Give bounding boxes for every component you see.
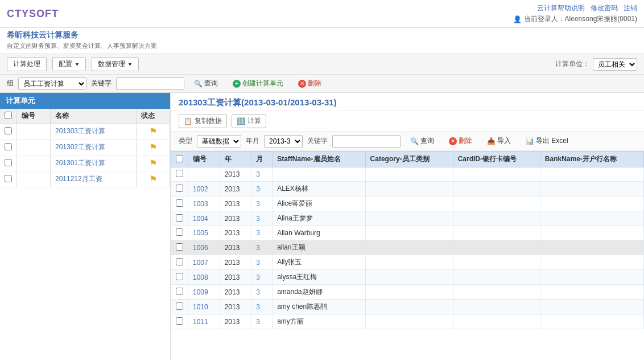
- type-select[interactable]: 基础数据: [197, 135, 241, 148]
- toolbar: 计算处理 配置 ▼ 数据管理 ▼ 计算单位： 员工相关: [0, 54, 644, 75]
- data-table: 编号 年 月 StaffName-雇员姓名 Category-员工类别 Card…: [171, 151, 644, 329]
- row-id: 1005: [188, 226, 220, 240]
- row-check[interactable]: [0, 156, 17, 171]
- row-check[interactable]: [171, 167, 188, 182]
- table-row[interactable]: 1004 2013 3 Alina王梦梦: [171, 211, 644, 226]
- table-row[interactable]: 1007 2013 3 Ally张玉: [171, 255, 644, 270]
- row-check[interactable]: [171, 285, 188, 300]
- col-bank: BankName-开户行名称: [540, 152, 643, 167]
- left-select-all[interactable]: [5, 112, 12, 119]
- row-check[interactable]: [0, 140, 17, 156]
- filter-delete-button[interactable]: ✕ 删除: [444, 134, 477, 148]
- row-check[interactable]: [171, 270, 188, 285]
- row-bank: [540, 167, 643, 182]
- row-status: ⚑: [137, 140, 170, 156]
- calc-button[interactable]: 🔢 计算: [232, 114, 266, 128]
- copy-icon: 📋: [184, 117, 192, 125]
- row-name: amy方丽: [273, 314, 365, 329]
- calc-unit-selector: 计算单位： 员工相关: [555, 58, 637, 71]
- year-month-select[interactable]: 2013-3: [264, 135, 303, 148]
- row-check[interactable]: [171, 300, 188, 314]
- calc-unit-select[interactable]: 员工相关: [593, 58, 637, 71]
- row-name[interactable]: 201301工资计算: [50, 156, 136, 171]
- table-row[interactable]: 1003 2013 3 Alice蒋爱丽: [171, 197, 644, 211]
- row-month: 3: [251, 240, 273, 255]
- row-bank: [540, 255, 643, 270]
- row-check[interactable]: [0, 171, 17, 187]
- copy-data-button[interactable]: 📋 复制数据: [179, 114, 227, 128]
- create-calc-unit-button[interactable]: + 创建计算单元: [228, 77, 288, 90]
- row-check[interactable]: [171, 240, 188, 255]
- table-row[interactable]: 2013 3: [171, 167, 644, 182]
- row-name: Alina王梦梦: [273, 211, 365, 226]
- table-row[interactable]: 1006 2013 3 allan王颖: [171, 240, 644, 255]
- list-item[interactable]: 201303工资计算 ⚑: [0, 124, 170, 140]
- row-name[interactable]: 201303工资计算: [50, 124, 136, 140]
- main-area: 计算单元 编号 名称 状态 201303工资计算 ⚑ 201302工资计算 ⚑: [0, 93, 644, 360]
- col-check: [171, 152, 188, 167]
- row-bank: [540, 270, 643, 285]
- row-check[interactable]: [171, 255, 188, 270]
- keyword-input[interactable]: [116, 77, 184, 90]
- row-name[interactable]: 201302工资计算: [50, 140, 136, 156]
- type-label: 类型: [179, 136, 192, 146]
- data-mgmt-button[interactable]: 数据管理 ▼: [92, 57, 139, 71]
- select-all-checkbox[interactable]: [176, 155, 183, 162]
- group-select[interactable]: 员工工资计算: [18, 77, 86, 90]
- row-check[interactable]: [171, 314, 188, 329]
- left-panel: 计算单元 编号 名称 状态 201303工资计算 ⚑ 201302工资计算 ⚑: [0, 93, 171, 360]
- list-item[interactable]: 201302工资计算 ⚑: [0, 140, 170, 156]
- logout-link[interactable]: 注销: [624, 3, 637, 13]
- export-icon: 📊: [526, 137, 534, 145]
- row-bank: [540, 285, 643, 300]
- calc-process-button[interactable]: 计算处理: [7, 57, 47, 71]
- delete-button[interactable]: ✕ 删除: [293, 77, 327, 90]
- table-row[interactable]: 1010 2013 3 amy chen陈惠鹃: [171, 300, 644, 314]
- col-year: 年: [220, 152, 251, 167]
- row-name: alyssa王红梅: [273, 270, 365, 285]
- row-month: 3: [251, 226, 273, 240]
- filter-search-button[interactable]: 🔍 查询: [405, 134, 439, 148]
- row-category: [365, 314, 453, 329]
- table-row[interactable]: 1002 2013 3 ALEX杨林: [171, 182, 644, 197]
- keyword-label: 关键字: [91, 79, 112, 88]
- row-id[interactable]: [17, 171, 51, 187]
- row-year: 2013: [220, 167, 251, 182]
- list-item[interactable]: 2011212月工资 ⚑: [0, 171, 170, 187]
- row-name: allan王颖: [273, 240, 365, 255]
- table-row[interactable]: 1009 2013 3 amanda赵妍娜: [171, 285, 644, 300]
- config-button[interactable]: 配置 ▼: [52, 57, 86, 71]
- filter-keyword-input[interactable]: [332, 135, 401, 148]
- row-name: Allan Warburg: [273, 226, 365, 240]
- change-password-link[interactable]: 修改密码: [591, 3, 618, 13]
- col-staff-name: StaffName-雇员姓名: [273, 152, 365, 167]
- list-item[interactable]: 201301工资计算 ⚑: [0, 156, 170, 171]
- col-category: Category-员工类别: [365, 152, 453, 167]
- help-link[interactable]: 云计算帮助说明: [537, 3, 585, 13]
- table-row[interactable]: 1005 2013 3 Allan Warburg: [171, 226, 644, 240]
- row-id[interactable]: [17, 156, 51, 171]
- row-id[interactable]: [17, 124, 51, 140]
- row-name[interactable]: 2011212月工资: [50, 171, 136, 187]
- row-check[interactable]: [171, 226, 188, 240]
- row-id: 1004: [188, 211, 220, 226]
- row-year: 2013: [220, 300, 251, 314]
- row-id: 1008: [188, 270, 220, 285]
- row-check[interactable]: [0, 124, 17, 140]
- row-check[interactable]: [171, 211, 188, 226]
- row-id: 1006: [188, 240, 220, 255]
- row-check[interactable]: [171, 182, 188, 197]
- row-category: [365, 167, 453, 182]
- table-row[interactable]: 1011 2013 3 amy方丽: [171, 314, 644, 329]
- row-id[interactable]: [17, 140, 51, 156]
- sub-header: 希昕科技云计算服务 自定义的财务预算、薪资奖金计算、人事预算解决方案: [0, 28, 644, 54]
- table-row[interactable]: 1008 2013 3 alyssa王红梅: [171, 270, 644, 285]
- export-excel-button[interactable]: 📊 导出 Excel: [521, 134, 573, 148]
- import-button[interactable]: 📥 导入: [482, 134, 516, 148]
- row-card: [453, 314, 540, 329]
- search-button[interactable]: 🔍 查询: [189, 77, 223, 90]
- action-bar: 组 员工工资计算 关键字 🔍 查询 + 创建计算单元 ✕ 删除: [0, 75, 644, 93]
- left-col-name: 名称: [50, 109, 136, 124]
- row-id: 1009: [188, 285, 220, 300]
- row-check[interactable]: [171, 197, 188, 211]
